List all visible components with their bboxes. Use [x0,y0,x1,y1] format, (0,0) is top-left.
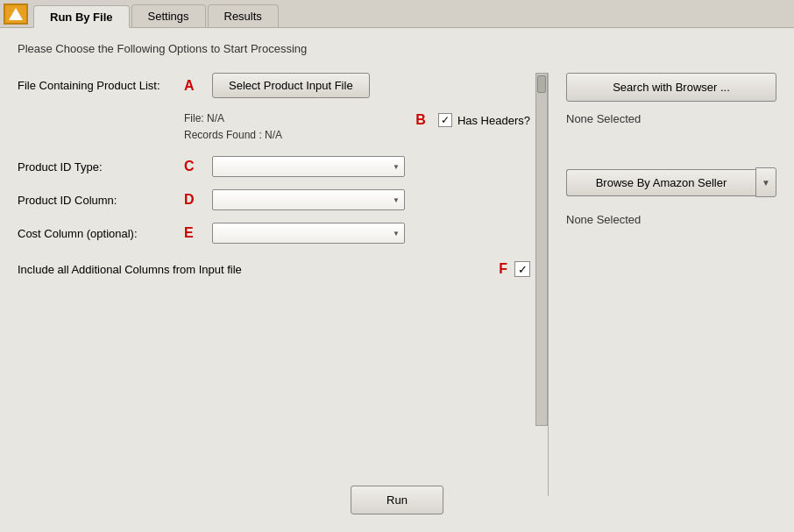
tab-bar: Run By File Settings Results [33,0,280,27]
scrollbar[interactable] [535,73,548,426]
file-selection-row: File Containing Product List: A Select P… [18,73,530,98]
none-selected-2: None Selected [566,211,776,228]
left-panel: File Containing Product List: A Select P… [18,73,549,496]
right-panel: Search with Browser ... None Selected Br… [549,73,776,496]
page-description: Please Choose the Following Options to S… [18,42,776,55]
product-id-column-select[interactable] [212,189,405,210]
tab-run-by-file[interactable]: Run By File [33,5,130,28]
run-button-container: Run [351,486,443,514]
cost-column-select[interactable] [212,223,405,244]
marker-c: C [184,159,205,174]
browse-seller-dropdown-button[interactable]: ▼ [755,167,776,197]
product-id-type-select[interactable] [212,156,405,177]
has-headers-label: Has Headers? [457,114,530,127]
has-headers-checkbox[interactable] [438,113,452,127]
browse-seller-button[interactable]: Browse By Amazon Seller [566,169,755,196]
logo-icon [9,8,23,20]
cost-column-wrapper [212,223,405,244]
none-selected-1: None Selected [566,110,776,127]
marker-d: D [184,192,205,208]
include-all-checkbox[interactable]: ✓ [514,261,530,277]
search-browser-button[interactable]: Search with Browser ... [566,73,776,102]
run-button[interactable]: Run [351,486,443,514]
select-file-button[interactable]: Select Product Input File [212,73,370,98]
marker-f: F [499,261,507,277]
cost-column-row: Cost Column (optional): E [18,223,530,244]
tab-settings[interactable]: Settings [131,4,206,27]
product-id-column-wrapper [212,189,405,210]
scrollbar-thumb[interactable] [537,75,546,93]
cost-column-label: Cost Column (optional): [18,227,184,240]
product-id-type-row: Product ID Type: C [18,156,530,177]
product-id-column-label: Product ID Column: [18,194,184,207]
file-name: File: N/A [184,110,282,127]
marker-b: B [415,112,426,128]
include-all-row: Include all Additional Columns from Inpu… [18,261,530,277]
product-id-type-label: Product ID Type: [18,160,184,174]
title-bar: Run By File Settings Results [0,0,794,28]
records-found: Records Found : N/A [184,127,282,144]
marker-a: A [184,78,205,94]
include-all-label: Include all Additional Columns from Inpu… [18,263,499,276]
marker-e: E [184,225,205,241]
logo [4,4,28,25]
browse-seller-row: Browse By Amazon Seller ▼ [566,167,776,197]
main-content: Please Choose the Following Options to S… [0,28,794,532]
tab-results[interactable]: Results [208,4,279,27]
product-id-column-row: Product ID Column: D [18,189,530,210]
content-area: File Containing Product List: A Select P… [18,73,776,496]
file-info: File: N/A Records Found : N/A [184,110,282,144]
product-id-type-wrapper [212,156,405,177]
file-label: File Containing Product List: [18,79,184,92]
